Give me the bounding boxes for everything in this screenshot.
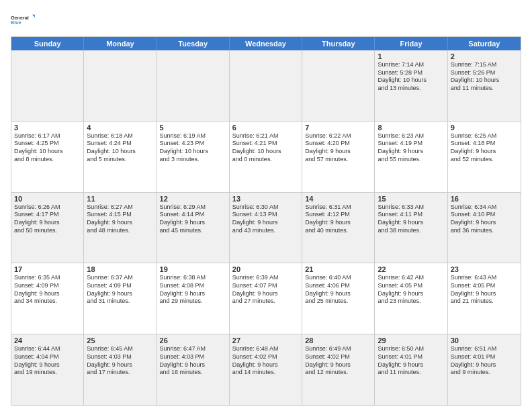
- empty-cell-0-2: [157, 50, 230, 121]
- day-cell-24: 24Sunrise: 6:44 AM Sunset: 4:04 PM Dayli…: [11, 334, 84, 405]
- day-number: 7: [305, 124, 371, 132]
- day-number: 28: [305, 336, 371, 345]
- day-number: 20: [232, 265, 299, 273]
- header-tuesday: Tuesday: [157, 37, 230, 50]
- empty-cell-0-3: [230, 50, 302, 121]
- day-info: Sunrise: 6:40 AM Sunset: 4:06 PM Dayligh…: [305, 274, 371, 306]
- day-number: 10: [14, 195, 81, 203]
- day-info: Sunrise: 6:45 AM Sunset: 4:03 PM Dayligh…: [87, 345, 153, 377]
- day-info: Sunrise: 7:14 AM Sunset: 5:28 PM Dayligh…: [378, 61, 444, 93]
- calendar: SundayMondayTuesdayWednesdayThursdayFrid…: [11, 36, 521, 406]
- day-info: Sunrise: 7:15 AM Sunset: 5:26 PM Dayligh…: [451, 61, 518, 93]
- day-info: Sunrise: 6:29 AM Sunset: 4:14 PM Dayligh…: [160, 203, 226, 235]
- day-number: 17: [14, 265, 81, 273]
- day-info: Sunrise: 6:35 AM Sunset: 4:09 PM Dayligh…: [14, 274, 81, 306]
- header-monday: Monday: [84, 37, 157, 50]
- calendar-page: General Blue SundayMondayTuesdayWednesda…: [0, 0, 532, 411]
- day-number: 19: [160, 265, 226, 273]
- day-number: 18: [87, 265, 153, 273]
- day-cell-1: 1Sunrise: 7:14 AM Sunset: 5:28 PM Daylig…: [375, 50, 447, 121]
- empty-cell-0-1: [84, 50, 157, 121]
- day-cell-22: 22Sunrise: 6:42 AM Sunset: 4:05 PM Dayli…: [375, 263, 447, 334]
- week-row-1: 1Sunrise: 7:14 AM Sunset: 5:28 PM Daylig…: [11, 50, 521, 122]
- day-number: 5: [160, 124, 226, 132]
- day-number: 23: [451, 265, 518, 273]
- day-cell-30: 30Sunrise: 6:51 AM Sunset: 4:01 PM Dayli…: [448, 334, 521, 405]
- calendar-body: 1Sunrise: 7:14 AM Sunset: 5:28 PM Daylig…: [11, 50, 521, 405]
- day-info: Sunrise: 6:38 AM Sunset: 4:08 PM Dayligh…: [160, 274, 226, 306]
- header-wednesday: Wednesday: [230, 37, 302, 50]
- day-number: 14: [305, 195, 371, 203]
- day-info: Sunrise: 6:21 AM Sunset: 4:21 PM Dayligh…: [232, 132, 299, 164]
- day-cell-14: 14Sunrise: 6:31 AM Sunset: 4:12 PM Dayli…: [302, 193, 375, 263]
- day-number: 16: [451, 195, 518, 203]
- day-info: Sunrise: 6:49 AM Sunset: 4:02 PM Dayligh…: [305, 345, 371, 377]
- day-cell-7: 7Sunrise: 6:22 AM Sunset: 4:20 PM Daylig…: [302, 122, 375, 192]
- day-number: 3: [14, 124, 81, 132]
- day-info: Sunrise: 6:22 AM Sunset: 4:20 PM Dayligh…: [305, 132, 371, 164]
- week-row-4: 17Sunrise: 6:35 AM Sunset: 4:09 PM Dayli…: [11, 263, 521, 334]
- day-number: 24: [14, 336, 81, 345]
- day-info: Sunrise: 6:17 AM Sunset: 4:25 PM Dayligh…: [14, 132, 81, 164]
- day-number: 25: [87, 336, 153, 345]
- day-number: 12: [160, 195, 226, 203]
- empty-cell-0-0: [11, 50, 84, 121]
- day-info: Sunrise: 6:26 AM Sunset: 4:17 PM Dayligh…: [14, 203, 81, 235]
- day-cell-4: 4Sunrise: 6:18 AM Sunset: 4:24 PM Daylig…: [84, 122, 157, 192]
- page-header: General Blue: [11, 8, 521, 32]
- logo-svg: General Blue: [11, 8, 35, 32]
- header-saturday: Saturday: [448, 37, 521, 50]
- week-row-2: 3Sunrise: 6:17 AM Sunset: 4:25 PM Daylig…: [11, 122, 521, 193]
- day-info: Sunrise: 6:43 AM Sunset: 4:05 PM Dayligh…: [451, 274, 518, 306]
- day-number: 27: [232, 336, 299, 345]
- day-cell-6: 6Sunrise: 6:21 AM Sunset: 4:21 PM Daylig…: [230, 122, 302, 192]
- day-cell-18: 18Sunrise: 6:37 AM Sunset: 4:09 PM Dayli…: [84, 263, 157, 334]
- header-thursday: Thursday: [302, 37, 375, 50]
- logo: General Blue: [11, 8, 35, 32]
- day-cell-10: 10Sunrise: 6:26 AM Sunset: 4:17 PM Dayli…: [11, 193, 84, 263]
- day-cell-3: 3Sunrise: 6:17 AM Sunset: 4:25 PM Daylig…: [11, 122, 84, 192]
- day-number: 30: [451, 336, 518, 345]
- day-number: 6: [232, 124, 299, 132]
- day-cell-5: 5Sunrise: 6:19 AM Sunset: 4:23 PM Daylig…: [157, 122, 230, 192]
- day-info: Sunrise: 6:48 AM Sunset: 4:02 PM Dayligh…: [232, 345, 299, 377]
- day-cell-29: 29Sunrise: 6:50 AM Sunset: 4:01 PM Dayli…: [375, 334, 447, 405]
- day-info: Sunrise: 6:25 AM Sunset: 4:18 PM Dayligh…: [451, 132, 518, 164]
- day-cell-26: 26Sunrise: 6:47 AM Sunset: 4:03 PM Dayli…: [157, 334, 230, 405]
- day-info: Sunrise: 6:51 AM Sunset: 4:01 PM Dayligh…: [451, 345, 518, 377]
- day-info: Sunrise: 6:34 AM Sunset: 4:10 PM Dayligh…: [451, 203, 518, 235]
- day-cell-19: 19Sunrise: 6:38 AM Sunset: 4:08 PM Dayli…: [157, 263, 230, 334]
- day-cell-8: 8Sunrise: 6:23 AM Sunset: 4:19 PM Daylig…: [375, 122, 447, 192]
- day-number: 8: [378, 124, 444, 132]
- day-number: 4: [87, 124, 153, 132]
- day-number: 29: [378, 336, 444, 345]
- header-friday: Friday: [375, 37, 447, 50]
- empty-cell-0-4: [302, 50, 375, 121]
- day-number: 26: [160, 336, 226, 345]
- day-number: 2: [451, 52, 518, 60]
- day-cell-20: 20Sunrise: 6:39 AM Sunset: 4:07 PM Dayli…: [230, 263, 302, 334]
- week-row-5: 24Sunrise: 6:44 AM Sunset: 4:04 PM Dayli…: [11, 334, 521, 405]
- day-number: 1: [378, 52, 444, 60]
- day-cell-16: 16Sunrise: 6:34 AM Sunset: 4:10 PM Dayli…: [448, 193, 521, 263]
- day-info: Sunrise: 6:27 AM Sunset: 4:15 PM Dayligh…: [87, 203, 153, 235]
- header-sunday: Sunday: [11, 37, 84, 50]
- day-info: Sunrise: 6:31 AM Sunset: 4:12 PM Dayligh…: [305, 203, 371, 235]
- day-number: 15: [378, 195, 444, 203]
- day-info: Sunrise: 6:30 AM Sunset: 4:13 PM Dayligh…: [232, 203, 299, 235]
- day-number: 13: [232, 195, 299, 203]
- day-cell-25: 25Sunrise: 6:45 AM Sunset: 4:03 PM Dayli…: [84, 334, 157, 405]
- day-number: 21: [305, 265, 371, 273]
- day-cell-15: 15Sunrise: 6:33 AM Sunset: 4:11 PM Dayli…: [375, 193, 447, 263]
- day-number: 11: [87, 195, 153, 203]
- day-number: 9: [451, 124, 518, 132]
- day-info: Sunrise: 6:50 AM Sunset: 4:01 PM Dayligh…: [378, 345, 444, 377]
- day-info: Sunrise: 6:19 AM Sunset: 4:23 PM Dayligh…: [160, 132, 226, 164]
- day-cell-11: 11Sunrise: 6:27 AM Sunset: 4:15 PM Dayli…: [84, 193, 157, 263]
- day-cell-9: 9Sunrise: 6:25 AM Sunset: 4:18 PM Daylig…: [448, 122, 521, 192]
- day-info: Sunrise: 6:39 AM Sunset: 4:07 PM Dayligh…: [232, 274, 299, 306]
- day-cell-17: 17Sunrise: 6:35 AM Sunset: 4:09 PM Dayli…: [11, 263, 84, 334]
- day-cell-27: 27Sunrise: 6:48 AM Sunset: 4:02 PM Dayli…: [230, 334, 302, 405]
- svg-marker-2: [32, 15, 35, 17]
- day-cell-13: 13Sunrise: 6:30 AM Sunset: 4:13 PM Dayli…: [230, 193, 302, 263]
